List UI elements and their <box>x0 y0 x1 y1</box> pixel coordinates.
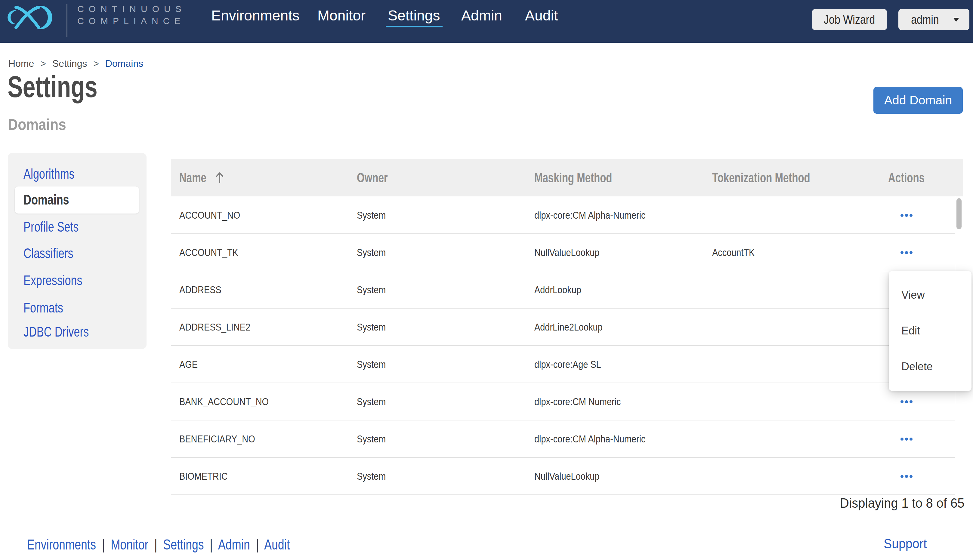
menu-item-view[interactable]: View <box>901 290 925 300</box>
job-wizard-button[interactable]: Job Wizard <box>812 9 887 30</box>
sidebar-item-profile-sets[interactable]: Profile Sets <box>23 220 78 234</box>
cell-masking-method: AddrLookup <box>534 285 581 295</box>
table-row-address-line2: ADDRESS_LINE2 System AddrLine2Lookup <box>171 308 955 346</box>
ellipsis-dot <box>905 400 908 403</box>
breadcrumb-settings[interactable]: Settings <box>52 58 87 69</box>
nav-environments[interactable]: Environments <box>211 8 299 23</box>
row-actions-ellipsis-icon[interactable] <box>895 470 918 483</box>
pagination-status: Displaying 1 to 8 of 65 <box>840 497 964 510</box>
sort-ascending-icon[interactable] <box>215 172 224 183</box>
cell-owner: System <box>357 397 386 407</box>
cell-name: ADDRESS_LINE2 <box>179 322 250 332</box>
cell-tokenization-method: AccountTK <box>712 247 754 257</box>
delphix-logo-icon <box>8 5 53 30</box>
settings-sidebar: Algorithms Domains Profile Sets Classifi… <box>8 153 147 349</box>
sidebar-item-algorithms[interactable]: Algorithms <box>23 167 74 181</box>
cell-masking-method: NullValueLookup <box>534 247 599 257</box>
breadcrumb-home[interactable]: Home <box>8 58 34 69</box>
table-row-age: AGE System dlpx-core:Age SL <box>171 345 955 383</box>
sidebar-item-domains[interactable]: Domains <box>23 193 69 207</box>
cell-owner: System <box>357 285 386 295</box>
ellipsis-dot <box>901 400 903 403</box>
ellipsis-dot <box>901 438 903 441</box>
nav-settings[interactable]: Settings <box>388 8 440 23</box>
sidebar-item-expressions[interactable]: Expressions <box>23 273 82 287</box>
ellipsis-dot <box>901 251 903 254</box>
nav-audit[interactable]: Audit <box>525 8 558 23</box>
column-header-masking-method[interactable]: Masking Method <box>534 171 612 184</box>
table-row-account-tk: ACCOUNT_TK System NullValueLookup Accoun… <box>171 234 955 271</box>
section-divider <box>8 145 963 145</box>
table-row-biometric: BIOMETRIC System NullValueLookup <box>171 457 955 495</box>
row-actions-ellipsis-icon[interactable] <box>895 395 918 408</box>
column-header-actions: Actions <box>888 171 925 184</box>
table-header-row: Name Owner Masking Method Tokenization M… <box>171 159 963 197</box>
footer-link-admin[interactable]: Admin <box>218 537 250 552</box>
brand-wordmark-line1: CONTINUOUS <box>77 3 186 15</box>
footer-link-support[interactable]: Support <box>884 537 927 550</box>
row-actions-menu: View Edit Delete <box>889 271 971 391</box>
cell-name: BENEFICIARY_NO <box>179 434 255 444</box>
cell-masking-method: dlpx-core:CM Numeric <box>534 397 621 407</box>
footer-link-settings[interactable]: Settings <box>163 537 204 552</box>
sidebar-item-jdbc-drivers[interactable]: JDBC Drivers <box>23 325 89 338</box>
menu-item-delete[interactable]: Delete <box>901 361 933 372</box>
row-divider <box>171 495 955 495</box>
caret-down-icon <box>953 18 959 22</box>
cell-owner: System <box>357 247 386 257</box>
footer-separator: | <box>256 537 259 552</box>
brand-wordmark: CONTINUOUS COMPLIANCE <box>77 3 186 27</box>
cell-name: BANK_ACCOUNT_NO <box>179 397 269 407</box>
brand-divider <box>67 4 67 37</box>
cell-name: ACCOUNT_TK <box>179 247 238 257</box>
cell-masking-method: dlpx-core:Age SL <box>534 359 601 369</box>
row-actions-ellipsis-icon[interactable] <box>895 432 918 446</box>
ellipsis-dot <box>901 214 903 217</box>
footer-separator: | <box>102 537 105 552</box>
table-row-bank-account-no: BANK_ACCOUNT_NO System dlpx-core:CM Nume… <box>171 383 955 420</box>
brand-wordmark-line2: COMPLIANCE <box>77 15 186 27</box>
cell-owner: System <box>357 322 386 332</box>
ellipsis-dot <box>910 400 913 403</box>
ellipsis-dot <box>910 475 913 478</box>
row-actions-ellipsis-icon[interactable] <box>895 246 918 259</box>
add-domain-button[interactable]: Add Domain <box>873 87 963 114</box>
cell-name: ADDRESS <box>179 285 222 295</box>
nav-monitor[interactable]: Monitor <box>317 8 366 23</box>
user-menu-button[interactable]: admin <box>898 9 970 30</box>
column-header-owner[interactable]: Owner <box>357 171 388 184</box>
cell-owner: System <box>357 434 386 444</box>
footer-link-environments[interactable]: Environments <box>27 537 96 552</box>
scrollbar-thumb[interactable] <box>956 198 961 229</box>
footer-separator: | <box>154 537 157 552</box>
user-menu-label: admin <box>911 13 939 27</box>
footer-separator: | <box>210 537 213 552</box>
ellipsis-dot <box>905 438 908 441</box>
cell-masking-method: AddrLine2Lookup <box>534 322 602 332</box>
cell-name: AGE <box>179 359 198 369</box>
footer-link-audit[interactable]: Audit <box>264 537 290 552</box>
cell-masking-method: NullValueLookup <box>534 471 599 481</box>
sidebar-item-classifiers[interactable]: Classifiers <box>23 246 73 260</box>
topbar: CONTINUOUS COMPLIANCE Environments Monit… <box>0 0 973 43</box>
table-row-account-no: ACCOUNT_NO System dlpx-core:CM Alpha-Num… <box>171 197 955 234</box>
sidebar-item-formats[interactable]: Formats <box>23 301 63 315</box>
ellipsis-dot <box>910 438 913 441</box>
footer-link-monitor[interactable]: Monitor <box>111 537 149 552</box>
ellipsis-dot <box>910 214 913 217</box>
ellipsis-dot <box>905 251 908 254</box>
ellipsis-dot <box>905 214 908 217</box>
column-header-name[interactable]: Name <box>179 171 206 184</box>
column-header-tokenization-method[interactable]: Tokenization Method <box>712 171 810 184</box>
ellipsis-dot <box>901 475 903 478</box>
menu-item-edit[interactable]: Edit <box>901 325 920 336</box>
row-actions-ellipsis-icon[interactable] <box>895 208 918 222</box>
cell-owner: System <box>357 471 386 481</box>
ellipsis-dot <box>905 475 908 478</box>
breadcrumb: Home > Settings > Domains <box>8 58 143 68</box>
breadcrumb-domains[interactable]: Domains <box>105 58 143 69</box>
cell-owner: System <box>357 359 386 369</box>
nav-admin[interactable]: Admin <box>461 8 502 23</box>
cell-owner: System <box>357 210 386 220</box>
breadcrumb-separator: > <box>40 58 46 69</box>
